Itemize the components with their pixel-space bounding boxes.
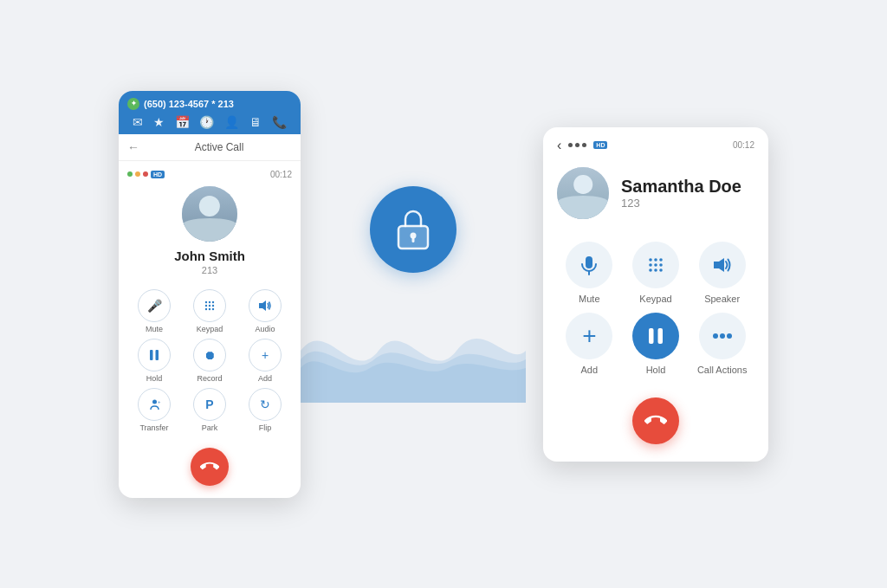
svg-point-6	[205, 307, 207, 309]
left-dots-hd: HD	[127, 171, 165, 178]
right-contact-info: Samantha Doe 123	[621, 177, 741, 210]
flip-label: Flip	[259, 423, 272, 432]
star-icon[interactable]: ★	[153, 115, 165, 129]
right-keypad-icon	[632, 242, 679, 288]
record-icon-circle: ⏺	[193, 339, 226, 372]
right-back-arrow[interactable]: ‹	[557, 138, 561, 153]
svg-point-2	[212, 300, 214, 302]
middle-section	[292, 121, 534, 468]
wave-container	[301, 299, 526, 403]
left-flip-btn[interactable]: ↻ Flip	[240, 388, 290, 432]
right-hd-badge: HD	[593, 141, 607, 149]
right-add-icon: +	[566, 313, 612, 359]
person-icon[interactable]: 👤	[224, 115, 239, 129]
left-keypad-btn[interactable]: Keypad	[185, 289, 235, 333]
svg-rect-10	[150, 350, 153, 360]
right-keypad-btn[interactable]: Keypad	[627, 242, 685, 304]
svg-rect-11	[156, 350, 159, 360]
dot3	[582, 143, 586, 147]
svg-point-1	[209, 300, 210, 302]
svg-point-21	[659, 258, 663, 262]
left-status-row: HD 00:12	[119, 170, 301, 179]
right-avatar-img	[557, 167, 609, 219]
right-speaker-label: Speaker	[704, 294, 740, 304]
hold-label: Hold	[146, 374, 163, 383]
left-hold-btn[interactable]: Hold	[129, 339, 179, 383]
right-hold-icon	[632, 313, 679, 359]
lock-icon	[392, 205, 435, 253]
left-active-call-header: ← Active Call	[119, 134, 301, 161]
left-action-grid: 🎤 Mute Keypa	[119, 282, 301, 439]
svg-point-19	[649, 258, 652, 262]
left-contact-name: John Smith	[174, 249, 245, 263]
svg-rect-16	[412, 237, 415, 242]
right-top-bar: ‹ HD 00:12	[543, 127, 768, 160]
left-phone: ✦ (650) 123-4567 * 213 ✉ ★ 📅 🕐 👤 🖥 📞 ← A…	[119, 91, 301, 498]
right-phone: ‹ HD 00:12 Samantha Doe 123	[543, 127, 768, 462]
wave-svg	[301, 299, 526, 403]
right-hold-label: Hold	[646, 365, 666, 375]
svg-point-8	[212, 307, 214, 309]
right-speaker-icon	[699, 242, 746, 288]
svg-point-22	[649, 263, 652, 267]
left-transfer-btn[interactable]: + Transfer	[129, 388, 179, 432]
keypad-label: Keypad	[197, 325, 223, 333]
record-label: Record	[197, 374, 222, 383]
left-mute-btn[interactable]: 🎤 Mute	[129, 289, 179, 333]
flip-icon-circle: ↻	[249, 388, 282, 421]
left-audio-btn[interactable]: Audio	[240, 289, 290, 333]
svg-point-27	[659, 268, 663, 272]
keypad-icon-circle	[193, 289, 226, 322]
svg-point-5	[212, 304, 214, 306]
right-mute-label: Mute	[579, 294, 599, 304]
right-speaker-btn[interactable]: Speaker	[693, 242, 751, 304]
svg-point-31	[713, 333, 718, 339]
left-park-btn[interactable]: P Park	[185, 388, 235, 432]
right-mute-btn[interactable]: Mute	[560, 242, 618, 304]
right-contact-name: Samantha Doe	[621, 177, 741, 197]
right-call-actions-btn[interactable]: Call Actions	[693, 313, 751, 375]
left-active-call-title: Active Call	[146, 141, 292, 153]
dot1	[568, 143, 573, 147]
svg-point-7	[209, 307, 210, 309]
phone-icon[interactable]: 📞	[272, 115, 287, 129]
left-end-call-btn[interactable]	[191, 448, 229, 486]
right-end-call-btn[interactable]	[632, 397, 679, 444]
monitor-icon[interactable]: 🖥	[249, 115, 262, 129]
mail-icon[interactable]: ✉	[133, 115, 143, 129]
left-avatar-img	[182, 186, 237, 242]
park-label: Park	[202, 423, 218, 432]
lock-circle	[370, 186, 456, 273]
svg-point-25	[649, 268, 652, 272]
left-back-arrow[interactable]: ←	[127, 140, 139, 154]
left-add-btn[interactable]: + Add	[240, 339, 290, 383]
right-add-label: Add	[581, 365, 599, 375]
svg-point-20	[654, 258, 657, 262]
right-avatar	[557, 167, 609, 219]
audio-icon-circle	[249, 289, 282, 322]
right-action-grid: Mute Keypad	[543, 233, 768, 384]
svg-rect-29	[649, 328, 654, 344]
right-add-btn[interactable]: + Add	[560, 313, 618, 375]
park-icon-circle: P	[193, 388, 226, 421]
left-call-info: HD 00:12 John Smith 213	[119, 161, 301, 282]
android-icon: ✦	[127, 98, 139, 110]
right-end-call-row	[543, 384, 768, 462]
left-end-call-row	[119, 439, 301, 498]
dot-red	[143, 171, 148, 177]
hold-icon-circle	[138, 339, 171, 372]
left-avatar	[182, 186, 237, 242]
clock-icon[interactable]: 🕐	[199, 115, 214, 129]
calendar-icon[interactable]: 📅	[175, 115, 190, 129]
svg-point-24	[659, 263, 663, 267]
left-record-btn[interactable]: ⏺ Record	[185, 339, 235, 383]
right-contact-section: Samantha Doe 123	[543, 160, 768, 233]
svg-point-26	[654, 268, 657, 272]
svg-text:+: +	[158, 399, 161, 404]
left-phone-toolbar: ✦ (650) 123-4567 * 213 ✉ ★ 📅 🕐 👤 🖥 📞	[119, 91, 301, 134]
transfer-label: Transfer	[139, 423, 168, 432]
svg-rect-30	[657, 328, 663, 344]
add-icon-circle: +	[249, 339, 282, 372]
svg-point-23	[654, 263, 657, 267]
right-hold-btn[interactable]: Hold	[627, 313, 685, 375]
